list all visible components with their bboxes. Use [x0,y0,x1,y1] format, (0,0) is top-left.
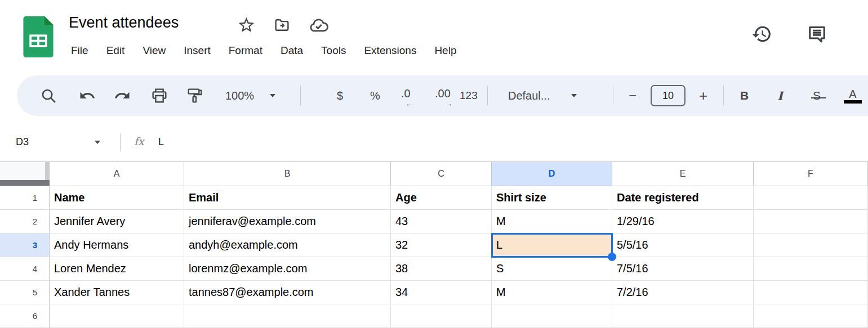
cell-E1[interactable]: Date registered [612,186,754,210]
text-color-button[interactable]: A [844,75,862,116]
cell-B5[interactable]: tannes87@example.com [184,281,391,304]
paint-format-icon[interactable] [186,75,204,116]
cell-F5[interactable] [754,281,868,304]
row-header-4[interactable]: 4 [0,257,50,281]
selected-cell-value: L [496,239,502,251]
bold-icon: B [740,89,749,102]
percent-format-button[interactable]: % [370,75,380,116]
comments-icon[interactable] [807,25,827,43]
menu-insert[interactable]: Insert [175,42,220,60]
cell-A5[interactable]: Xander Tannes [50,281,184,304]
star-icon[interactable] [237,16,256,34]
freeze-row-handle[interactable] [0,180,50,186]
toolbar-divider [613,86,613,105]
decrease-decimal-button[interactable]: .0← [401,75,411,116]
more-formats-label: 123 [460,89,478,102]
font-size-input[interactable]: 10 [651,85,686,106]
cell-D5[interactable]: M [492,281,612,304]
row-header-6[interactable]: 6 [0,304,50,328]
cell-E2[interactable]: 1/29/16 [612,210,754,233]
bold-button[interactable]: B [740,75,749,116]
cell-A1[interactable]: Name [50,186,184,210]
search-icon[interactable] [40,75,57,116]
column-header-d[interactable]: D [492,162,612,186]
cell-D1[interactable]: Shirt size [492,186,612,210]
menu-help[interactable]: Help [425,42,465,60]
currency-format-button[interactable]: $ [337,75,343,116]
menu-data[interactable]: Data [271,42,312,60]
menu-view[interactable]: View [133,42,175,60]
cell-B2[interactable]: jenniferav@example.com [184,210,391,233]
menu-extensions[interactable]: Extensions [355,42,425,60]
spreadsheet-grid: A B C D E F 1 Name Email Age Shirt size … [0,161,868,328]
cell-A3[interactable]: Andy Hermans [50,233,184,257]
chevron-down-icon[interactable] [95,141,100,144]
cell-D6[interactable] [492,304,612,328]
document-title[interactable]: Event attendees [69,14,179,32]
row-header-3[interactable]: 3 [0,233,50,257]
cell-E3[interactable]: 5/5/16 [612,233,754,257]
google-sheets-app: Event attendees File Edit View Insert Fo… [0,0,868,328]
fill-handle[interactable] [608,253,616,261]
column-header-f[interactable]: F [754,162,868,186]
formula-input[interactable]: L [158,136,164,148]
menu-edit[interactable]: Edit [97,42,134,60]
column-header-e[interactable]: E [612,162,754,186]
increase-font-size-button[interactable]: + [699,75,707,116]
move-to-folder-icon[interactable] [273,17,291,33]
strikethrough-button[interactable]: S [813,75,821,116]
version-history-icon[interactable] [751,24,772,44]
cell-B6[interactable] [184,304,391,328]
toolbar-divider [723,86,724,105]
freeze-column-handle[interactable] [45,162,49,180]
cell-E5[interactable]: 7/2/16 [612,281,754,304]
column-header-b[interactable]: B [184,162,391,186]
menu-tools[interactable]: Tools [312,42,355,60]
menu-file[interactable]: File [62,42,97,60]
menu-format[interactable]: Format [220,42,271,60]
cell-F1[interactable] [754,186,868,210]
cell-B1[interactable]: Email [184,186,391,210]
column-header-c[interactable]: C [391,162,492,186]
cell-F2[interactable] [754,210,868,233]
zoom-select[interactable]: 100% [225,75,275,116]
print-icon[interactable] [150,75,168,116]
increase-decimal-button[interactable]: .00→ [435,75,451,116]
cell-C6[interactable] [391,304,492,328]
cell-C4[interactable]: 38 [391,257,492,281]
cell-C2[interactable]: 43 [391,210,492,233]
cell-A6[interactable] [50,304,184,328]
cell-A4[interactable]: Loren Mendez [50,257,184,281]
cloud-saved-icon[interactable] [308,17,328,34]
cell-E6[interactable] [612,304,754,328]
cell-B3[interactable]: andyh@example.com [184,233,391,257]
undo-icon[interactable] [79,75,96,116]
cell-D4[interactable]: S [492,257,612,281]
row-header-5[interactable]: 5 [0,281,50,304]
redo-icon[interactable] [114,75,131,116]
cell-F6[interactable] [754,304,868,328]
cell-D3-selected[interactable]: L [492,233,612,257]
cell-C5[interactable]: 34 [391,281,492,304]
formula-bar-divider [120,133,121,151]
more-formats-button[interactable]: 123 [460,75,478,116]
name-box[interactable]: D3 [16,136,29,148]
right-arrow-icon: → [446,100,453,108]
column-header-a[interactable]: A [50,162,184,186]
font-select[interactable]: Defaul... [508,75,577,116]
percent-label: % [370,89,380,102]
cell-A2[interactable]: Jennifer Avery [50,210,184,233]
sheets-logo-icon[interactable] [23,16,54,57]
cell-C3[interactable]: 32 [391,233,492,257]
select-all-corner[interactable] [0,162,50,186]
cell-B4[interactable]: lorenmz@example.com [184,257,391,281]
cell-F3[interactable] [754,233,868,257]
cell-F4[interactable] [754,257,868,281]
cell-E4[interactable]: 7/5/16 [612,257,754,281]
row-header-2[interactable]: 2 [0,210,50,233]
row-header-1[interactable]: 1 [0,186,50,210]
cell-D2[interactable]: M [492,210,612,233]
cell-C1[interactable]: Age [391,186,492,210]
decrease-font-size-button[interactable]: − [629,75,636,116]
italic-button[interactable]: I [777,75,783,116]
